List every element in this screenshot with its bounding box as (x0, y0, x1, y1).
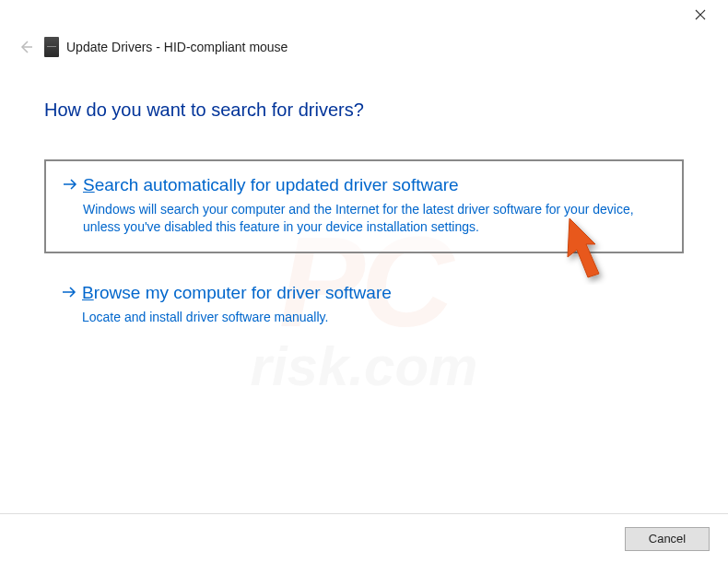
wizard-footer: Cancel (0, 513, 728, 563)
device-icon (44, 37, 59, 57)
close-icon (695, 9, 706, 20)
option-browse-desc: Locate and install driver software manua… (82, 309, 666, 327)
watermark-url: risk.com (251, 334, 478, 398)
wizard-header: Update Drivers - HID-compliant mouse (0, 29, 728, 70)
option-auto-title: Search automatically for updated driver … (83, 174, 665, 197)
back-arrow-icon (18, 39, 34, 55)
page-heading: How do you want to search for drivers? (44, 100, 684, 121)
back-button[interactable] (17, 38, 35, 56)
wizard-title: Update Drivers - HID-compliant mouse (66, 40, 288, 54)
annotation-cursor-arrow (560, 211, 625, 288)
close-button[interactable] (682, 2, 719, 28)
option-search-automatically[interactable]: Search automatically for updated driver … (44, 159, 684, 253)
titlebar (0, 0, 728, 29)
cancel-button[interactable]: Cancel (625, 527, 710, 551)
wizard-content: How do you want to search for drivers? S… (0, 70, 728, 342)
arrow-icon (63, 178, 83, 194)
arrow-icon (62, 286, 82, 302)
